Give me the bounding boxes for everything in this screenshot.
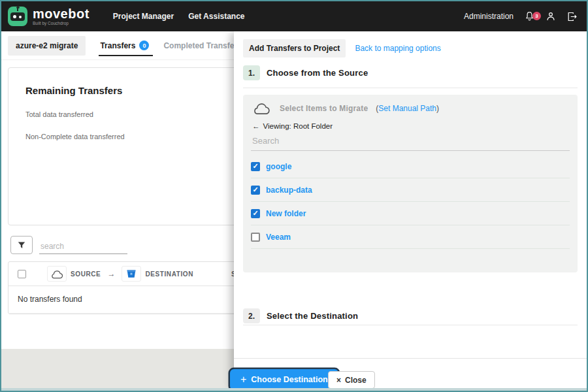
arrow-right-icon: → <box>107 269 115 278</box>
select-all-checkbox[interactable] <box>18 270 26 278</box>
close-button[interactable]: × Close <box>328 371 375 389</box>
funnel-icon <box>17 240 26 250</box>
tab-project-name[interactable]: azure-e2 migrate <box>8 36 86 56</box>
nav-project-manager[interactable]: Project Manager <box>113 12 174 21</box>
top-navbar: movebot Built by Couchdrop Project Manag… <box>1 1 587 31</box>
item-checkbox[interactable]: ✓ <box>251 186 260 195</box>
app-window: movebot Built by Couchdrop Project Manag… <box>0 0 588 392</box>
brand-subtitle: Built by Couchdrop <box>33 22 90 26</box>
tab-transfers[interactable]: Transfers 0 <box>100 31 149 59</box>
step-2-title: Select the Destination <box>267 311 358 321</box>
panel-title: Add Transfers to Project <box>243 39 346 57</box>
back-arrow-icon: ← <box>252 122 260 130</box>
destination-column-header: DESTINATION <box>145 270 193 278</box>
transfers-count-badge: 0 <box>139 41 149 50</box>
nav-administration[interactable]: Administration <box>464 12 514 21</box>
project-tab-bar: azure-e2 migrate Transfers 0 Completed T… <box>1 31 237 60</box>
notification-badge: 3 <box>532 12 541 20</box>
list-item[interactable]: ✓ Veeam <box>251 225 570 249</box>
transfers-search-input[interactable] <box>39 239 127 254</box>
step-1-title: Choose from the Source <box>267 68 368 78</box>
brand[interactable]: movebot Built by Couchdrop <box>1 7 99 26</box>
set-manual-path-link[interactable]: Set Manual Path <box>378 104 436 113</box>
list-item[interactable]: ✓ google <box>251 155 570 178</box>
logout-icon[interactable] <box>566 11 578 22</box>
source-cloud-icon <box>47 266 67 282</box>
bottom-edge-strip <box>1 388 587 391</box>
transfers-filter-row <box>10 236 127 254</box>
notifications-bell-icon[interactable]: 3 <box>524 10 535 22</box>
nav-get-assistance[interactable]: Get Assistance <box>188 12 244 21</box>
step-2-header: 2. Select the Destination <box>234 308 367 323</box>
filter-button[interactable] <box>10 236 33 254</box>
list-item[interactable]: ✓ backup-data <box>251 178 570 202</box>
brand-name: movebot <box>33 7 90 20</box>
source-cloud-icon <box>251 101 272 115</box>
step-2-number: 2. <box>243 308 260 323</box>
plus-icon: + <box>240 374 246 385</box>
source-column-header: SOURCE <box>71 270 101 278</box>
list-item[interactable]: ✓ New folder <box>251 202 570 225</box>
back-to-mapping-link[interactable]: Back to mapping options <box>355 44 440 53</box>
add-transfers-panel: Add Transfers to Project Back to mapping… <box>234 31 587 388</box>
choose-destination-button[interactable]: + Choose Destination <box>230 369 338 390</box>
close-x-icon: × <box>336 376 341 385</box>
step-1-number: 1. <box>243 65 260 80</box>
source-items-search-input[interactable] <box>251 130 570 151</box>
viewing-root-folder[interactable]: ← Viewing: Root Folder <box>252 122 570 130</box>
source-items-list: ✓ google ✓ backup-data ✓ New folder ✓ Ve… <box>251 155 570 249</box>
destination-bucket-icon <box>122 266 141 282</box>
item-checkbox[interactable]: ✓ <box>251 233 260 242</box>
select-items-title: Select Items to Migrate <box>280 104 368 113</box>
user-icon[interactable] <box>546 10 556 22</box>
item-checkbox[interactable]: ✓ <box>251 209 260 218</box>
movebot-logo-icon <box>8 7 27 26</box>
item-checkbox[interactable]: ✓ <box>251 162 260 171</box>
step-1-header: 1. Choose from the Source <box>234 65 377 80</box>
source-selection-card: Select Items to Migrate (Set Manual Path… <box>243 95 578 272</box>
